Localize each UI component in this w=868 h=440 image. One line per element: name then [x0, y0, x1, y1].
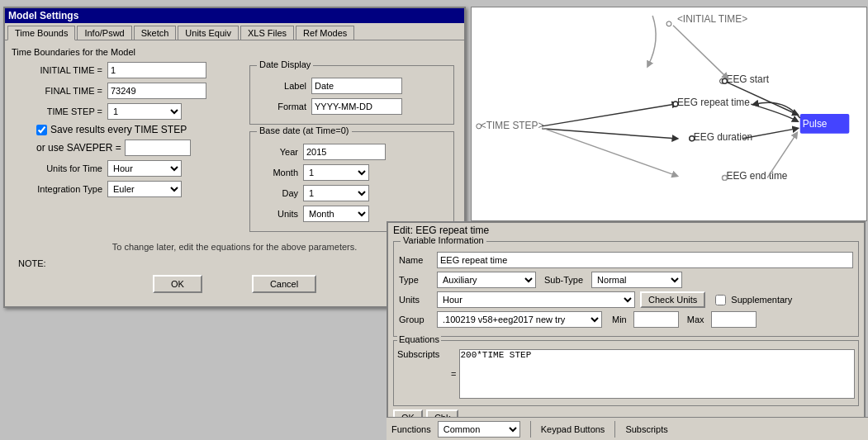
month-label: Month: [257, 168, 298, 177]
supplementary-checkbox[interactable]: [715, 295, 726, 305]
supplementary-label: Supplementary: [731, 295, 792, 305]
functions-label: Functions: [391, 424, 431, 434]
type-label: Type: [399, 275, 432, 285]
toolbar-divider-2: [614, 421, 615, 438]
variable-info-title: Variable Information: [401, 235, 486, 245]
check-units-button[interactable]: Check Units: [640, 291, 705, 308]
bottom-toolbar: Functions Common Keypad Buttons Subscrip…: [387, 417, 868, 440]
final-time-label: FINAL TIME =: [12, 86, 102, 96]
subtype-label: Sub-Type: [544, 275, 583, 285]
subtype-select[interactable]: Normal: [591, 272, 682, 288]
time-boundaries-title: Time Boundaries for the Model: [12, 47, 458, 57]
type-select[interactable]: Auxiliary: [437, 272, 536, 288]
base-units-select[interactable]: Month: [303, 206, 369, 222]
time-step-select[interactable]: 1: [107, 103, 182, 120]
saveper-input[interactable]: [125, 140, 191, 156]
name-input[interactable]: [437, 252, 853, 268]
save-results-checkbox[interactable]: [36, 125, 47, 135]
tab-sketch[interactable]: Sketch: [134, 26, 177, 40]
svg-text:EEG start: EEG start: [726, 73, 769, 85]
equations-title: Equations: [397, 334, 441, 344]
subscripts-bottom-label: Subscripts: [625, 424, 667, 434]
month-select[interactable]: 1: [303, 164, 369, 181]
tab-bar: Time Bounds Info/Pswd Sketch Units Equiv…: [5, 23, 464, 40]
saveper-label: or use SAVEPER =: [36, 142, 121, 154]
subscripts-label: Subscripts: [397, 349, 451, 359]
equals-sign: =: [451, 369, 456, 379]
svg-text:EEG duration: EEG duration: [694, 131, 752, 143]
min-input[interactable]: [633, 311, 679, 328]
window-title: Model Settings: [8, 10, 78, 21]
diagram-area: <INITIAL TIME> <TIME STEP> Pulse EEG sta…: [471, 7, 867, 221]
date-format-label: Format: [257, 102, 306, 111]
initial-time-input[interactable]: [107, 62, 206, 78]
date-label-label: Label: [257, 81, 306, 91]
units-select[interactable]: Hour: [437, 291, 635, 308]
svg-point-24: [690, 136, 695, 141]
svg-text:<TIME STEP>: <TIME STEP>: [481, 120, 544, 131]
tab-time-bounds[interactable]: Time Bounds: [7, 26, 75, 40]
edit-window: Edit: EEG repeat time Variable Informati…: [387, 221, 866, 431]
keypad-buttons-label: Keypad Buttons: [541, 424, 605, 434]
max-label: Max: [687, 315, 704, 324]
tab-info-pswd[interactable]: Info/Pswd: [77, 26, 131, 40]
name-label: Name: [399, 255, 432, 265]
base-units-label: Units: [257, 209, 298, 219]
date-label-input[interactable]: [311, 78, 402, 94]
integration-type-select[interactable]: Euler: [107, 181, 182, 197]
group-select[interactable]: .100219 v58+eeg2017 new try: [437, 311, 602, 328]
tab-ref-modes[interactable]: Ref Modes: [296, 26, 354, 40]
units-label: Units: [399, 295, 432, 305]
cancel-button[interactable]: Cancel: [252, 275, 316, 293]
diagram-svg: <INITIAL TIME> <TIME STEP> Pulse EEG sta…: [472, 7, 866, 220]
units-for-time-label: Units for Time: [12, 163, 102, 173]
units-for-time-select[interactable]: Hour: [107, 160, 182, 177]
svg-text:Pulse: Pulse: [803, 118, 828, 130]
year-input[interactable]: [303, 144, 386, 160]
svg-point-25: [723, 175, 728, 180]
save-results-label: Save results every TIME STEP: [50, 124, 187, 135]
note-label: NOTE:: [18, 258, 46, 268]
date-display-title: Date Display: [257, 59, 313, 69]
svg-text:<INITIAL TIME>: <INITIAL TIME>: [677, 13, 747, 25]
group-label: Group: [399, 315, 432, 324]
final-time-input[interactable]: [107, 83, 206, 99]
day-select[interactable]: 1: [303, 185, 369, 201]
min-label: Min: [612, 315, 627, 324]
toolbar-divider-1: [530, 421, 531, 438]
svg-text:EEG repeat time: EEG repeat time: [677, 97, 750, 108]
svg-point-22: [723, 78, 728, 83]
max-input[interactable]: [711, 311, 757, 328]
initial-time-label: INITIAL TIME =: [12, 65, 102, 75]
svg-text:EEG end time: EEG end time: [726, 170, 787, 182]
functions-select[interactable]: Common: [438, 421, 520, 438]
year-label: Year: [257, 147, 298, 157]
integration-type-label: Integration Type: [12, 184, 102, 194]
svg-point-23: [673, 102, 678, 106]
time-step-label: TIME STEP =: [12, 106, 102, 116]
tab-xls-files[interactable]: XLS Files: [240, 26, 294, 40]
date-format-input[interactable]: [311, 98, 402, 115]
base-date-title: Base date (at Time=0): [257, 125, 352, 135]
ok-button[interactable]: OK: [153, 275, 202, 293]
tab-units-equiv[interactable]: Units Equiv: [178, 26, 239, 40]
window-title-bar: Model Settings: [5, 8, 464, 23]
equation-input[interactable]: 200*TIME STEP: [459, 349, 855, 399]
day-label: Day: [257, 188, 298, 198]
